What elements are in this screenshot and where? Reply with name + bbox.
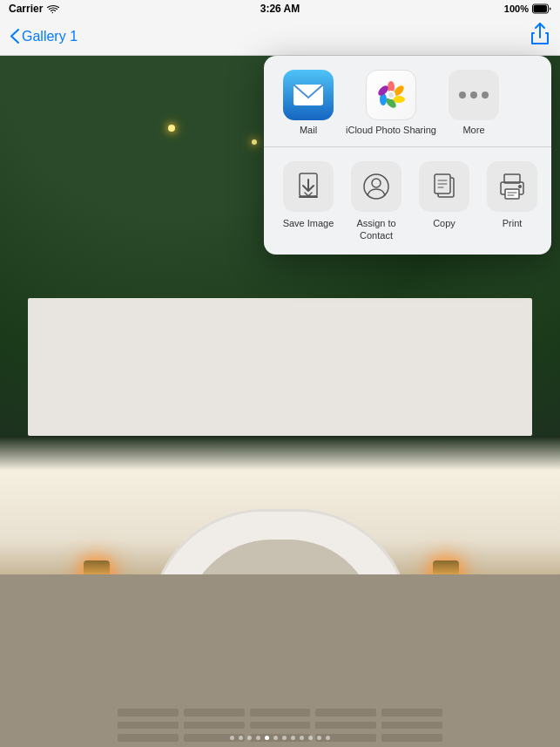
back-chevron-icon (10, 29, 19, 44)
status-right: 100% (504, 3, 551, 14)
svg-point-13 (482, 92, 489, 98)
dot-4 (256, 736, 260, 740)
back-button[interactable]: Gallery 1 (10, 29, 78, 44)
dot-1 (230, 736, 234, 740)
stone (118, 709, 179, 716)
ground (0, 574, 560, 747)
svg-point-12 (470, 92, 477, 98)
print-icon (498, 173, 526, 200)
dot-11 (317, 736, 321, 740)
string-light (168, 125, 175, 132)
status-time: 3:26 AM (260, 3, 300, 15)
share-app-photos[interactable]: iCloud Photo Sharing (346, 70, 436, 136)
dot-2 (239, 736, 243, 740)
carrier-label: Carrier (9, 3, 43, 15)
page-indicator (0, 736, 560, 740)
status-left: Carrier (9, 3, 59, 15)
svg-rect-1 (534, 5, 548, 12)
contact-icon (362, 173, 390, 200)
copy-icon (431, 173, 457, 200)
photos-flower-icon (373, 77, 409, 113)
svg-point-10 (388, 92, 394, 98)
save-image-icon (296, 173, 320, 200)
stone (250, 709, 311, 716)
share-action-print[interactable]: Print (482, 161, 543, 229)
photos-label: iCloud Photo Sharing (346, 125, 436, 136)
string-light-2 (252, 139, 257, 145)
share-app-mail[interactable]: Mail (278, 70, 339, 136)
dot-10 (308, 736, 313, 740)
photos-app-icon (366, 70, 416, 120)
svg-point-27 (518, 185, 522, 188)
dot-8 (291, 736, 295, 740)
copy-icon-bg (419, 161, 469, 212)
stone (184, 722, 245, 730)
share-action-row: Save Image Assign to Contact (264, 147, 551, 255)
wifi-icon (47, 4, 59, 14)
battery-label: 100% (504, 3, 529, 14)
assign-contact-icon-bg (351, 161, 401, 212)
stone (250, 722, 311, 730)
stone (315, 709, 376, 716)
more-label: More (462, 125, 484, 136)
dot-12 (326, 736, 330, 740)
dot-9 (300, 736, 304, 740)
dot-5-active (265, 736, 269, 740)
status-bar: Carrier 3:26 AM 100% (0, 0, 560, 17)
stone (184, 709, 245, 716)
stone (381, 722, 442, 730)
svg-rect-26 (505, 189, 519, 199)
dot-3 (247, 736, 252, 740)
nav-bar: Gallery 1 (0, 17, 560, 56)
share-app-row: Mail iCloud Photo Sharing (264, 56, 551, 147)
assign-contact-label: Assign to Contact (346, 217, 407, 242)
share-icon (530, 23, 550, 45)
svg-point-18 (372, 179, 381, 187)
share-action-save-image[interactable]: Save Image (278, 161, 339, 229)
print-icon-bg (487, 161, 537, 212)
more-app-icon (449, 70, 499, 120)
share-sheet: Mail iCloud Photo Sharing (264, 56, 551, 255)
share-action-copy[interactable]: Copy (414, 161, 475, 229)
copy-label: Copy (433, 217, 455, 229)
more-dots-icon (458, 91, 489, 99)
print-label: Print (503, 217, 523, 229)
share-app-more[interactable]: More (443, 70, 504, 136)
mail-app-icon (283, 70, 334, 120)
dot-6 (273, 736, 278, 740)
dot-7 (282, 736, 287, 740)
save-image-label: Save Image (283, 217, 334, 229)
stone (315, 722, 376, 730)
share-button[interactable] (530, 23, 550, 50)
svg-point-11 (459, 92, 466, 98)
garden-wall (28, 298, 532, 437)
stepping-stones (112, 703, 449, 747)
mail-label: Mail (300, 125, 317, 136)
stone (381, 709, 442, 716)
back-label: Gallery 1 (22, 29, 78, 44)
share-action-assign-contact[interactable]: Assign to Contact (346, 161, 407, 242)
mail-envelope-icon (293, 84, 324, 106)
save-image-icon-bg (283, 161, 334, 212)
battery-icon (532, 3, 551, 14)
stone (118, 722, 179, 730)
